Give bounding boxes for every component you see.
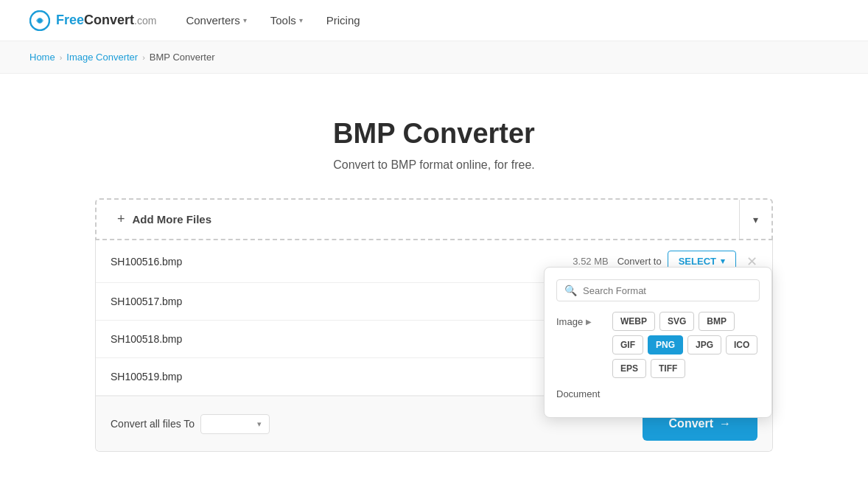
add-files-dropdown-button[interactable]: ▾ [739, 200, 771, 239]
format-png-button[interactable]: PNG [648, 335, 683, 354]
converters-chevron-icon: ▾ [243, 16, 247, 24]
document-format-section: Document [556, 384, 760, 399]
document-label-text: Document [556, 388, 600, 399]
nav-tools-label: Tools [270, 14, 296, 27]
add-files-container: + Add More Files ▾ [95, 198, 773, 240]
convert-all-chevron-icon: ▾ [257, 419, 262, 429]
convert-arrow-icon: → [719, 417, 731, 430]
document-section-label: Document [556, 384, 603, 399]
nav-pricing-label: Pricing [326, 14, 360, 27]
select-chevron-icon: ▾ [721, 256, 725, 266]
file-list: SH100516.bmp 3.52 MB Convert to SELECT ▾… [95, 240, 773, 452]
file-name: SH100516.bmp [111, 256, 573, 268]
nav-tools-link[interactable]: Tools ▾ [270, 14, 303, 27]
format-webp-button[interactable]: WEBP [612, 312, 655, 331]
page-subtitle: Convert to BMP format online, for free. [95, 158, 773, 172]
plus-icon: + [117, 212, 125, 227]
convert-all-container: Convert all files To ▾ [111, 414, 270, 434]
image-section-label: Image ▶ [556, 312, 603, 327]
page-title: BMP Converter [95, 118, 773, 150]
breadcrumb-home-link[interactable]: Home [29, 52, 55, 63]
breadcrumb-sep-1: › [60, 53, 63, 62]
nav-converters-link[interactable]: Converters ▾ [186, 14, 246, 27]
format-tiff-button[interactable]: TIFF [651, 359, 685, 378]
format-popup: 🔍 Image ▶ WEBP SVG BMP GIF PNG JPG [544, 267, 772, 418]
convert-label: Convert [669, 417, 713, 430]
breadcrumb: Home › Image Converter › BMP Converter [0, 41, 868, 74]
nav-links: Converters ▾ Tools ▾ Pricing [186, 14, 360, 27]
nav-converters-label: Converters [186, 14, 239, 27]
format-ico-button[interactable]: ICO [726, 335, 757, 354]
nav-pricing-link[interactable]: Pricing [326, 14, 360, 27]
search-container: 🔍 [556, 279, 760, 301]
image-format-buttons: WEBP SVG BMP GIF PNG JPG ICO EPS TIFF [612, 312, 760, 378]
convert-to-label: Convert to [617, 256, 662, 267]
image-label-text: Image [556, 316, 583, 327]
breadcrumb-image-converter-link[interactable]: Image Converter [66, 52, 138, 63]
format-gif-button[interactable]: GIF [612, 335, 643, 354]
search-icon: 🔍 [564, 284, 577, 296]
table-row: SH100516.bmp 3.52 MB Convert to SELECT ▾… [96, 240, 772, 283]
search-format-input[interactable] [583, 285, 752, 296]
logo-icon [29, 10, 50, 31]
image-format-section: Image ▶ WEBP SVG BMP GIF PNG JPG ICO EPS… [556, 312, 760, 378]
breadcrumb-sep-2: › [142, 53, 145, 62]
convert-all-label: Convert all files To [111, 418, 195, 430]
image-arrow-icon: ▶ [586, 318, 592, 326]
format-jpg-button[interactable]: JPG [687, 335, 721, 354]
add-files-label: Add More Files [133, 213, 212, 226]
logo-link[interactable]: FreeConvert.com [29, 10, 156, 31]
breadcrumb-current: BMP Converter [150, 52, 215, 63]
main-content: BMP Converter Convert to BMP format onli… [80, 74, 788, 481]
select-label: SELECT [679, 256, 716, 267]
svg-point-1 [38, 18, 42, 23]
add-more-files-button[interactable]: + Add More Files [97, 200, 739, 239]
add-files-chevron-icon: ▾ [753, 214, 758, 226]
file-size: 3.52 MB [573, 256, 608, 267]
tools-chevron-icon: ▾ [299, 16, 303, 24]
format-svg-button[interactable]: SVG [659, 312, 694, 331]
logo-text: FreeConvert.com [56, 13, 156, 28]
format-eps-button[interactable]: EPS [612, 359, 646, 378]
navbar: FreeConvert.com Converters ▾ Tools ▾ Pri… [0, 0, 868, 41]
convert-all-select[interactable]: ▾ [200, 414, 270, 434]
format-bmp-button[interactable]: BMP [699, 312, 735, 331]
